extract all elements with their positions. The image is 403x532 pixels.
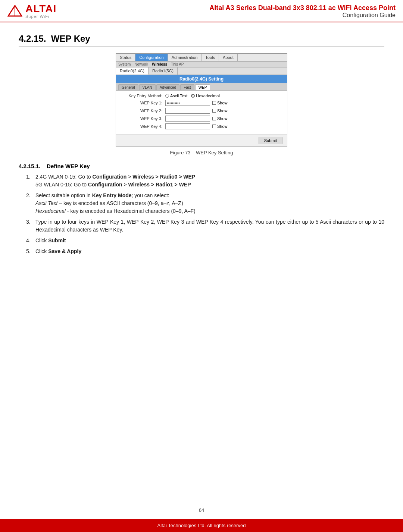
nav-tab-status[interactable]: Status: [116, 54, 135, 61]
key-entry-method-label: Key Entry Method:: [121, 94, 165, 98]
instruction-2: 2. Select suitable option in Key Entry M…: [26, 192, 384, 215]
wep-key1-show-label: Show: [217, 101, 228, 105]
inner-tab-advanced[interactable]: Advanced: [156, 84, 179, 90]
nav-tab-tools[interactable]: Tools: [202, 54, 219, 61]
wep-key3-label: WEP Key 3:: [121, 116, 165, 121]
subsection-title: Define WEP Key: [47, 163, 90, 169]
wep-key4-show[interactable]: Show: [212, 124, 228, 129]
nav-tab-administration[interactable]: Administration: [168, 54, 202, 61]
instruction-4-num: 4.: [26, 237, 35, 245]
section-number: 4.2.15.: [19, 34, 46, 44]
wep-key4-label: WEP Key 4:: [121, 124, 165, 129]
header: ALTAI Super WiFi Altai A3 Series Dual-ba…: [0, 0, 403, 22]
inner-tab-fast[interactable]: Fast: [180, 84, 194, 90]
altai-logo-icon: [7, 5, 22, 18]
instruction-4: 4. Click Submit: [26, 237, 384, 245]
key-entry-method-row: Key Entry Method: Ascii Text Hexadecimal: [121, 94, 282, 98]
instruction-5-content: Click Save & Apply: [35, 248, 384, 255]
ui-radio-tabs: Radio0(2.4G) Radio1(5G): [116, 67, 287, 75]
wep-key3-show[interactable]: Show: [212, 116, 228, 121]
logo-text-altai: ALTAI: [25, 4, 56, 14]
instruction-1-content: 2.4G WLAN 0-15: Go to Configuration > Wi…: [35, 173, 384, 189]
ui-submit-area: Submit: [116, 134, 287, 147]
nav-tab-about[interactable]: About: [219, 54, 238, 61]
wep-key2-show-label: Show: [217, 108, 228, 113]
wep-key2-checkbox: [212, 109, 216, 113]
instruction-2-content: Select suitable option in Key Entry Mode…: [35, 192, 384, 215]
wep-key4-input[interactable]: [165, 123, 210, 129]
wep-key2-row: WEP Key 2: Show: [121, 108, 282, 114]
instruction-2-num: 2.: [26, 192, 35, 215]
wep-key3-show-label: Show: [217, 116, 228, 121]
radio-tab-5g[interactable]: Radio1(5G): [149, 67, 178, 75]
instruction-3: 3. Type in up to four keys in WEP Key 1,…: [26, 218, 384, 234]
ui-form-area: Key Entry Method: Ascii Text Hexadecimal…: [116, 91, 287, 134]
sub-nav-thisap[interactable]: This AP: [171, 62, 184, 66]
ui-screenshot: Status Configuration Administration Tool…: [116, 53, 287, 147]
instruction-1-num: 1.: [26, 173, 35, 189]
wep-key1-show[interactable]: Show: [212, 101, 228, 105]
wep-key1-input[interactable]: [165, 100, 210, 106]
ui-panel-title: Radio0(2.4G) Setting: [116, 75, 287, 83]
logo-area: ALTAI Super WiFi: [25, 4, 85, 19]
wep-key4-row: WEP Key 4: Show: [121, 123, 282, 129]
ui-sub-nav: System Network Wireless This AP: [116, 62, 287, 67]
header-title-line2: Configuration Guide: [85, 12, 396, 19]
logo-superwifi: Super WiFi: [25, 14, 49, 19]
wep-key1-checkbox: [212, 101, 216, 105]
submit-button[interactable]: Submit: [259, 137, 282, 144]
hex-radio-circle: [191, 94, 195, 98]
wep-key3-input[interactable]: [165, 116, 210, 122]
sub-nav-wireless[interactable]: Wireless: [152, 62, 167, 66]
header-title-line1: Altai A3 Series Dual-band 3x3 802.11 ac …: [85, 4, 396, 12]
subsection-heading: 4.2.15.1. Define WEP Key: [19, 163, 384, 169]
ui-nav-bar: Status Configuration Administration Tool…: [116, 54, 287, 62]
ui-inner-tabs: General VLAN Advanced Fast WEP: [116, 83, 287, 91]
instruction-4-content: Click Submit: [35, 237, 384, 245]
instructions-list: 1. 2.4G WLAN 0-15: Go to Configuration >…: [26, 173, 384, 255]
logo-wrapper: ALTAI Super WiFi: [7, 4, 85, 19]
key-entry-radio-group: Ascii Text Hexadecimal: [165, 94, 220, 98]
figure-caption: Figure 73 – WEP Key Setting: [19, 150, 384, 155]
instruction-5-num: 5.: [26, 248, 35, 255]
instruction-1: 1. 2.4G WLAN 0-15: Go to Configuration >…: [26, 173, 384, 189]
subsection-number: 4.2.15.1.: [19, 163, 40, 169]
inner-tab-wep[interactable]: WEP: [195, 84, 210, 90]
instruction-5: 5. Click Save & Apply: [26, 248, 384, 255]
inner-tab-vlan[interactable]: VLAN: [139, 84, 156, 90]
footer-text: Altai Technologies Ltd. All rights reser…: [157, 523, 246, 528]
inner-tab-general[interactable]: General: [118, 84, 138, 90]
wep-key3-checkbox: [212, 117, 216, 120]
ascii-text-option[interactable]: Ascii Text: [165, 94, 187, 98]
wep-key3-row: WEP Key 3: Show: [121, 116, 282, 122]
page-number: 64: [0, 507, 403, 513]
main-content: 4.2.15. WEP Key Status Configuration Adm…: [0, 22, 403, 288]
hexadecimal-option[interactable]: Hexadecimal: [191, 94, 220, 98]
wep-key2-input[interactable]: [165, 108, 210, 114]
ascii-text-label: Ascii Text: [170, 94, 187, 98]
footer: Altai Technologies Ltd. All rights reser…: [0, 519, 403, 532]
radio-tab-24g[interactable]: Radio0(2.4G): [116, 67, 149, 75]
sub-nav-system[interactable]: System: [118, 62, 131, 66]
wep-key2-label: WEP Key 2:: [121, 108, 165, 113]
wep-key2-show[interactable]: Show: [212, 108, 228, 113]
wep-key1-row: WEP Key 1: Show: [121, 100, 282, 106]
wep-key4-show-label: Show: [217, 124, 228, 129]
section-heading: 4.2.15. WEP Key: [19, 34, 384, 47]
section-title: WEP Key: [51, 34, 90, 44]
ascii-radio-circle: [165, 94, 169, 98]
instruction-3-content: Type in up to four keys in WEP Key 1, WE…: [35, 218, 384, 234]
wep-key4-checkbox: [212, 125, 216, 128]
hex-label: Hexadecimal: [196, 94, 220, 98]
header-title-area: Altai A3 Series Dual-band 3x3 802.11 ac …: [85, 4, 396, 19]
nav-tab-configuration[interactable]: Configuration: [135, 54, 168, 61]
instruction-3-num: 3.: [26, 218, 35, 234]
wep-key1-label: WEP Key 1:: [121, 101, 165, 105]
sub-nav-network[interactable]: Network: [134, 62, 148, 66]
